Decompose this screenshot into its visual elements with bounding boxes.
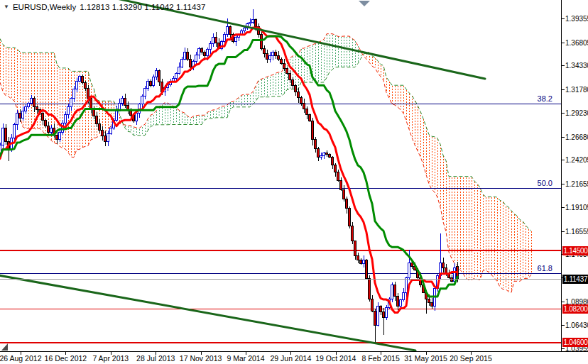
price-tick-mark — [562, 325, 565, 326]
mt4-chart-window: 38.250.061.8 ▼ EURUSD,Weekly 1.12813 1.1… — [0, 0, 588, 364]
time-tick-label: 31 May 2015 — [404, 354, 447, 363]
price-tick-mark — [562, 43, 565, 43]
price-tick-label: 1.24205 — [565, 156, 588, 164]
time-tick-label: 28 Jul 2013 — [136, 354, 175, 363]
price-tick-mark — [562, 184, 565, 184]
price-tick-mark — [562, 137, 565, 138]
down-arrow-object[interactable] — [359, 1, 370, 6]
time-tick-label: 17 Nov 2013 — [180, 354, 222, 363]
time-tick-label: 26 Aug 2012 — [0, 354, 41, 363]
time-tick-label: 20 Sep 2015 — [450, 354, 492, 363]
price-tick-mark — [562, 302, 565, 302]
time-tick-label: 19 Oct 2014 — [315, 354, 356, 363]
price-tick-label: 1.34330 — [565, 62, 588, 70]
price-tick-mark — [562, 113, 565, 114]
kijun-sen-line — [0, 36, 457, 297]
current-price-badge: 1.11437 — [562, 275, 588, 284]
chart-title: ▼ EURUSD,Weekly 1.12813 1.13290 1.11042 … — [4, 2, 205, 12]
fib-level-label[interactable]: 61.8 — [538, 264, 552, 272]
price-tick-mark — [562, 231, 565, 232]
time-tick-label: 29 Jun 2014 — [270, 354, 311, 363]
trendline-object[interactable] — [0, 275, 415, 351]
price-tick-mark — [562, 65, 565, 66]
price-tick-mark — [562, 160, 565, 160]
price-tick-label: 1.36805 — [565, 39, 588, 47]
tenkan-sen-line — [0, 28, 457, 313]
price-tick-label: 1.19105 — [565, 204, 588, 211]
time-tick-label: 8 Feb 2015 — [362, 354, 400, 363]
symbol-period-label: EURUSD,Weekly — [13, 3, 76, 11]
ichimoku-cloud-layer — [0, 34, 531, 293]
candles-layer — [0, 9, 459, 343]
price-tick-label: 1.39355 — [565, 15, 588, 23]
time-tick-label: 16 Dec 2012 — [45, 354, 87, 363]
price-tick-label: 1.31780 — [565, 86, 588, 94]
price-tick-label: 1.29230 — [565, 109, 588, 117]
symbol-dropdown-icon[interactable]: ▼ — [4, 4, 9, 11]
price-tick-label: 1.26680 — [565, 133, 588, 141]
price-tick-mark — [562, 207, 565, 208]
price-tick-label: 1.21655 — [565, 180, 588, 188]
corner-flag-object[interactable] — [1, 343, 8, 351]
time-tick-label: 9 Mar 2014 — [227, 354, 264, 363]
price-tick-mark — [562, 89, 565, 90]
price-chart-canvas[interactable]: 38.250.061.8 — [0, 0, 561, 351]
price-axis[interactable]: 1.393551.368051.343301.317801.292301.266… — [561, 0, 588, 351]
ohlc-quote-text: 1.12813 1.13290 1.11042 1.11437 — [80, 3, 205, 11]
fib-level-label[interactable]: 50.0 — [538, 179, 552, 187]
alert-price-badge: 1.08200 — [562, 304, 588, 314]
alert-price-badge: 1.04600 — [562, 338, 588, 347]
price-tick-label: 1.16555 — [565, 228, 588, 236]
time-tick-label: 7 Apr 2013 — [92, 354, 129, 363]
alert-price-badge: 1.14500 — [562, 246, 588, 255]
price-tick-mark — [562, 18, 565, 19]
fib-level-label[interactable]: 38.2 — [538, 94, 552, 103]
time-axis[interactable]: 26 Aug 201216 Dec 20127 Apr 201328 Jul 2… — [0, 351, 588, 364]
price-tick-mark — [562, 348, 565, 349]
price-tick-label: 1.06430 — [565, 321, 588, 329]
